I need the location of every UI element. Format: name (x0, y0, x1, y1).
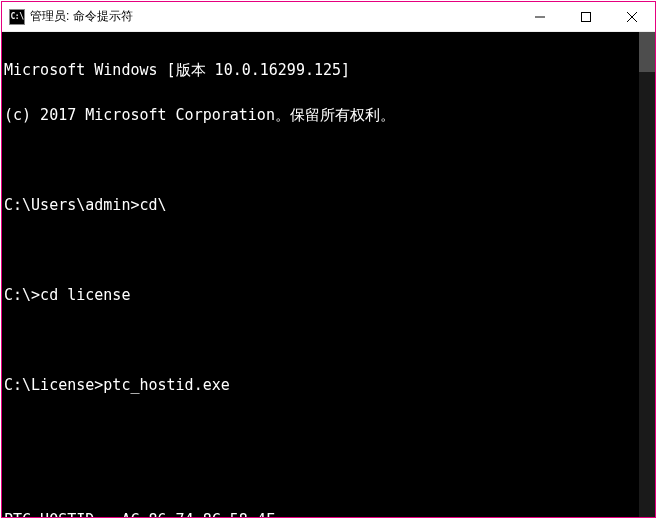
console-line: C:\Users\admin>cd\ (4, 198, 655, 213)
console-line (4, 468, 655, 483)
console-line (4, 333, 655, 348)
minimize-button[interactable] (517, 2, 563, 31)
console-line: C:\>cd license (4, 288, 655, 303)
svg-rect-0 (582, 12, 591, 21)
console-line (4, 243, 655, 258)
console-line: (c) 2017 Microsoft Corporation。保留所有权利。 (4, 108, 655, 123)
console-line (4, 153, 655, 168)
minimize-icon (535, 12, 545, 22)
close-icon (627, 12, 637, 22)
cmd-icon: C:\ (9, 9, 25, 25)
close-button[interactable] (609, 2, 655, 31)
scrollbar-thumb[interactable] (639, 32, 655, 72)
vertical-scrollbar[interactable] (639, 32, 655, 517)
console-line: PTC HOSTID = AC-86-74-8C-58-4F (4, 513, 655, 517)
maximize-button[interactable] (563, 2, 609, 31)
titlebar[interactable]: C:\ 管理员: 命令提示符 (2, 2, 655, 32)
console-line: Microsoft Windows [版本 10.0.16299.125] (4, 63, 655, 78)
console-area[interactable]: Microsoft Windows [版本 10.0.16299.125] (c… (2, 32, 655, 517)
window-controls (517, 2, 655, 31)
console-output: Microsoft Windows [版本 10.0.16299.125] (c… (2, 32, 655, 517)
console-line (4, 423, 655, 438)
command-prompt-window: C:\ 管理员: 命令提示符 Microsoft Windows [版本 10.… (1, 1, 656, 518)
window-title: 管理员: 命令提示符 (30, 8, 517, 25)
console-line: C:\License>ptc_hostid.exe (4, 378, 655, 393)
maximize-icon (581, 12, 591, 22)
